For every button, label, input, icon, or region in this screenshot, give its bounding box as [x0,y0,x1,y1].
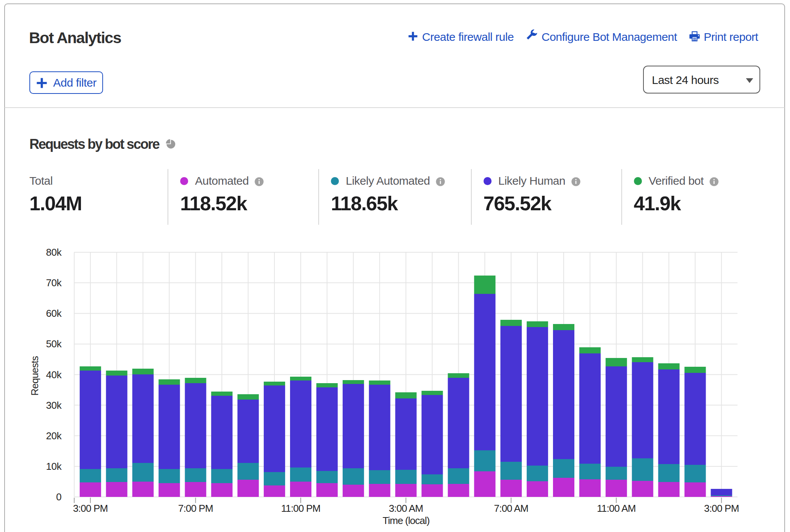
svg-text:30k: 30k [46,400,62,411]
svg-text:3:00 PM: 3:00 PM [704,503,739,514]
svg-text:80k: 80k [46,247,62,258]
svg-text:Time (local): Time (local) [383,515,430,526]
svg-text:3:00 PM: 3:00 PM [73,503,108,514]
svg-text:11:00 PM: 11:00 PM [281,503,321,514]
svg-text:50k: 50k [46,338,62,350]
svg-text:7:00 PM: 7:00 PM [178,503,213,514]
svg-text:10k: 10k [46,461,62,472]
svg-text:3:00 AM: 3:00 AM [389,503,423,514]
svg-text:70k: 70k [46,277,62,289]
svg-text:40k: 40k [46,369,62,380]
svg-text:60k: 60k [46,308,62,319]
svg-text:Requests: Requests [29,356,40,395]
svg-text:0: 0 [56,491,61,503]
svg-text:20k: 20k [46,430,62,442]
svg-text:7:00 AM: 7:00 AM [494,503,528,514]
svg-text:11:00 AM: 11:00 AM [597,503,636,514]
